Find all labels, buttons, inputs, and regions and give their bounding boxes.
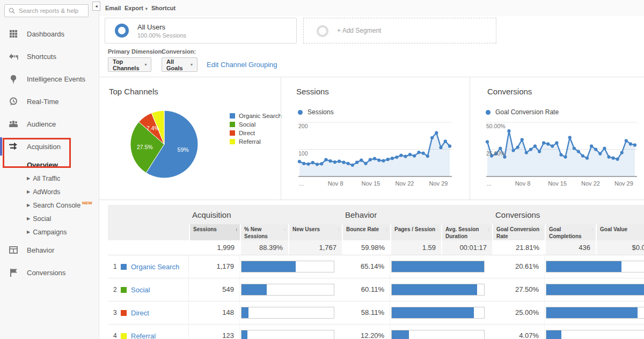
add-segment-button[interactable]: + Add Segment — [303, 18, 496, 43]
channel-cell: 3Direct — [108, 301, 189, 324]
sort-arrow-icon: ↓ — [284, 226, 287, 232]
goal-conversion-value: 4.07% — [492, 325, 545, 339]
channel-cell: 2Social — [108, 278, 189, 301]
conversion-bar — [546, 330, 561, 339]
column-header-goal-completions[interactable]: Goal Completions↓ — [545, 224, 596, 240]
pie-legend-item: Organic Search — [230, 112, 282, 120]
ga-acquisition-overview-page: DashboardsShortcutsIntelligence EventsRe… — [0, 0, 644, 339]
sidebar-item-behavior[interactable]: Behavior — [0, 239, 99, 261]
bounce-bar-cell — [390, 307, 492, 319]
goal-conversion-value: 27.50% — [492, 278, 545, 301]
triangle-right-icon: ▶ — [27, 176, 30, 181]
bounce-rate-value: 12.20% — [342, 325, 390, 339]
real-time-icon — [9, 97, 18, 106]
triangle-right-icon: ▶ — [27, 189, 30, 194]
shortcut-button[interactable]: Shortcut — [151, 0, 175, 16]
sessions-line-chart: 200100...Nov 8Nov 15Nov 22Nov 29 — [289, 116, 466, 196]
sidebar-item-audience[interactable]: Audience — [0, 113, 99, 135]
email-button[interactable]: Email — [105, 0, 121, 16]
sidebar-item-social[interactable]: ▶Social — [0, 212, 99, 225]
sessions-bar-cell — [240, 284, 342, 296]
svg-text:25.00%: 25.00% — [486, 150, 506, 157]
sessions-value: 549 — [189, 278, 240, 301]
conversion-bar — [546, 284, 644, 295]
svg-text:50.00%: 50.00% — [486, 123, 506, 129]
sort-arrow-icon: ↓ — [386, 226, 389, 232]
sidebar-item-adwords[interactable]: ▶AdWords — [0, 185, 99, 198]
sidebar-item-shortcuts[interactable]: Shortcuts — [0, 45, 99, 68]
channel-link[interactable]: Social — [131, 286, 150, 294]
sort-arrow-icon: ↓ — [540, 226, 543, 232]
svg-text:Nov 29: Nov 29 — [429, 180, 448, 187]
sort-arrow-icon: ↓ — [236, 226, 238, 232]
sidebar-item-conversions[interactable]: Conversions — [0, 261, 99, 284]
totals-value: $0.00 — [596, 240, 644, 255]
bounce-bar — [392, 330, 409, 339]
column-header-goal-value[interactable]: Goal Value↓ — [596, 224, 644, 240]
search-input[interactable] — [18, 7, 84, 14]
conversions-legend: Goal Conversion Rate — [486, 108, 559, 116]
row-rank: 2 — [113, 286, 121, 293]
sidebar-item-acquisition[interactable]: Acquisition — [0, 135, 99, 158]
sessions-panel: Sessions Sessions 200100...Nov 8Nov 15No… — [281, 77, 470, 200]
totals-label-cell — [108, 240, 189, 255]
caret-down-icon: ▾ — [145, 62, 147, 67]
edit-channel-grouping-link[interactable]: Edit Channel Grouping — [207, 61, 277, 69]
segment-all-users-card[interactable]: All Users 100.00% Sessions — [105, 18, 297, 43]
table-column-header-row: Sessions↓% New Sessions↓New Users↓Bounce… — [108, 224, 644, 240]
primary-dimension-label: Primary Dimension: — [108, 48, 164, 55]
segment-donut-icon — [115, 24, 129, 38]
column-header-bounce-rate[interactable]: Bounce Rate↓ — [342, 224, 390, 240]
column-header-pages-session[interactable]: Pages / Session↓ — [390, 224, 441, 240]
sidebar-item-search-console[interactable]: ▶Search ConsoleNEW — [0, 198, 99, 212]
sidebar-item-dashboards[interactable]: Dashboards — [0, 23, 99, 45]
table-totals-row: 1,99988.39%1,76759.98%1.5900:01:1721.81%… — [108, 240, 644, 255]
column-header-sessions[interactable]: Sessions↓ — [189, 224, 240, 240]
conversion-bar — [546, 307, 638, 318]
channel-link[interactable]: Referral — [131, 332, 156, 339]
column-header-avg-session-duration[interactable]: Avg. Session Duration↓ — [441, 224, 492, 240]
sidebar-item-overview[interactable]: Overview — [0, 158, 99, 172]
bounce-bar-cell — [390, 330, 492, 339]
sessions-bar — [241, 261, 296, 272]
column-header-new-users[interactable]: New Users↓ — [288, 224, 342, 240]
column-header-goal-conversion-rate[interactable]: Goal Conversion Rate↓ — [492, 224, 545, 240]
sidebar-collapse-button[interactable]: ◂ — [92, 2, 100, 11]
new-badge: NEW — [82, 201, 92, 205]
segment-title: All Users — [137, 23, 165, 31]
pie-legend: Organic SearchSocialDirectReferral — [230, 112, 282, 146]
channel-link[interactable]: Direct — [131, 309, 149, 317]
row-rank: 1 — [113, 263, 121, 270]
totals-value: 1.59 — [390, 240, 441, 255]
column-header--new-sessions[interactable]: % New Sessions↓ — [240, 224, 288, 240]
charts-row: Top Channels 59%27.5%7.4% Organic Search… — [99, 77, 644, 200]
export-button[interactable]: Export▾ — [125, 0, 148, 16]
row-label-header — [108, 224, 189, 240]
svg-text:59%: 59% — [178, 146, 189, 153]
series-dot-icon — [298, 110, 303, 115]
channel-link[interactable]: Organic Search — [131, 263, 179, 271]
chevron-left-icon: ◂ — [95, 4, 97, 9]
legend-swatch-icon — [230, 122, 235, 127]
svg-text:100: 100 — [298, 150, 308, 157]
search-box[interactable] — [4, 4, 89, 17]
svg-text:Nov 22: Nov 22 — [396, 180, 414, 187]
sessions-value: 1,179 — [189, 255, 240, 278]
sort-arrow-icon: ↓ — [437, 226, 440, 232]
group-header-acquisition: Acquisition — [192, 210, 231, 219]
sidebar-item-all-traffic[interactable]: ▶All Traffic — [0, 172, 99, 185]
primary-dimension-dropdown[interactable]: Top Channels ▾ — [108, 57, 151, 72]
goal-conversion-value: 25.00% — [492, 301, 545, 324]
sessions-bar-cell — [240, 330, 342, 339]
goal-conversion-value: 20.61% — [492, 255, 545, 278]
conversion-dropdown[interactable]: All Goals ▾ — [162, 57, 197, 72]
sidebar-item-campaigns[interactable]: ▶Campaigns — [0, 225, 99, 239]
sidebar-item-intelligence-events[interactable]: Intelligence Events — [0, 68, 99, 90]
triangle-right-icon: ▶ — [27, 230, 30, 234]
sidebar-item-real-time[interactable]: Real-Time — [0, 90, 99, 113]
behavior-icon — [9, 245, 18, 255]
totals-value: 21.81% — [492, 240, 545, 255]
group-header-behavior: Behavior — [345, 210, 377, 219]
sessions-bar-cell — [240, 307, 342, 319]
caret-down-icon: ▾ — [191, 62, 193, 67]
